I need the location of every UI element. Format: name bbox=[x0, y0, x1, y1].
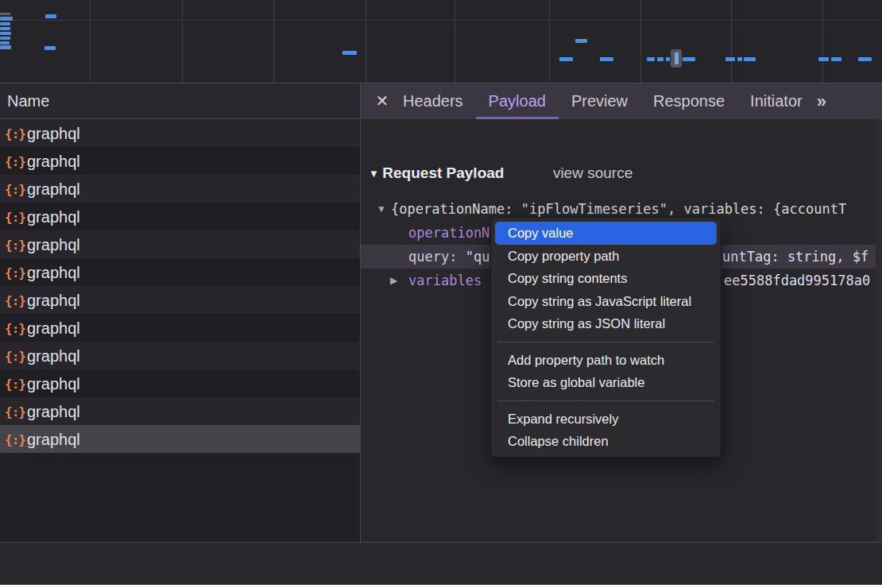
json-request-icon: {:} bbox=[5, 426, 27, 454]
request-name: graphql bbox=[27, 125, 80, 142]
request-name: graphql bbox=[27, 292, 80, 309]
more-tabs-icon[interactable]: » bbox=[817, 83, 826, 119]
network-overview-timeline[interactable] bbox=[0, 0, 882, 83]
request-name: graphql bbox=[27, 431, 80, 448]
timeline-request-bar[interactable] bbox=[858, 57, 872, 61]
timeline-request-bar[interactable] bbox=[44, 46, 56, 50]
tab-preview[interactable]: Preview bbox=[559, 83, 640, 119]
timeline-request-bar[interactable] bbox=[0, 41, 10, 44]
name-column-label: Name bbox=[7, 92, 49, 110]
request-row[interactable]: {:}graphql bbox=[0, 175, 360, 203]
timeline-request-bar[interactable] bbox=[0, 22, 10, 25]
property-key: variables bbox=[408, 273, 482, 288]
close-icon[interactable]: ✕ bbox=[374, 83, 390, 119]
timeline-request-bar[interactable] bbox=[831, 57, 841, 61]
timeline-request-bar[interactable] bbox=[600, 57, 613, 61]
request-row[interactable]: {:}graphql bbox=[0, 314, 360, 342]
request-row[interactable]: {:}graphql bbox=[0, 342, 360, 369]
timeline-request-bar[interactable] bbox=[342, 51, 357, 55]
timeline-request-bar[interactable] bbox=[0, 17, 13, 21]
request-row[interactable]: {:}graphql bbox=[0, 425, 360, 453]
menu-item-store-as-global-variable[interactable]: Store as global variable bbox=[491, 371, 721, 394]
timeline-hover-marker-bar bbox=[675, 52, 679, 64]
menu-item-copy-string-contents[interactable]: Copy string contents bbox=[491, 267, 721, 290]
timeline-request-bar[interactable] bbox=[744, 57, 756, 61]
timeline-request-bar[interactable] bbox=[725, 57, 735, 61]
request-row[interactable]: {:}graphql bbox=[0, 230, 360, 258]
json-request-icon: {:} bbox=[5, 259, 27, 287]
menu-item-copy-value[interactable]: Copy value bbox=[495, 222, 717, 245]
timeline-request-bar[interactable] bbox=[0, 45, 11, 49]
name-column-header[interactable]: Name bbox=[0, 83, 360, 119]
request-row[interactable]: {:}graphql bbox=[0, 119, 360, 147]
json-request-icon: {:} bbox=[5, 176, 27, 203]
network-request-list: Name {:}graphql{:}graphql{:}graphql{:}gr… bbox=[0, 83, 360, 542]
timeline-gridline bbox=[549, 0, 550, 83]
collapse-icon[interactable]: ▼ bbox=[377, 197, 386, 221]
scrollbar-track[interactable] bbox=[876, 119, 882, 542]
request-rows: {:}graphql{:}graphql{:}graphql{:}graphql… bbox=[0, 119, 360, 453]
request-row[interactable]: {:}graphql bbox=[0, 397, 360, 425]
timeline-gridline bbox=[731, 0, 732, 83]
timeline-gridline bbox=[90, 0, 91, 83]
context-menu: Copy valueCopy property pathCopy string … bbox=[490, 217, 721, 458]
timeline-request-bar[interactable] bbox=[657, 57, 663, 61]
request-name: graphql bbox=[27, 180, 80, 198]
json-request-icon: {:} bbox=[5, 342, 27, 370]
request-name: graphql bbox=[27, 236, 80, 253]
request-row[interactable]: {:}graphql bbox=[0, 286, 360, 314]
json-request-icon: {:} bbox=[5, 398, 27, 426]
timeline-gridline bbox=[273, 0, 274, 83]
section-title: Request Payload bbox=[382, 164, 504, 181]
devtools-window: Name {:}graphql{:}graphql{:}graphql{:}gr… bbox=[0, 0, 882, 585]
expand-icon[interactable]: ▶ bbox=[390, 269, 397, 292]
menu-item-collapse-children[interactable]: Collapse children bbox=[491, 430, 721, 453]
request-row[interactable]: {:}graphql bbox=[0, 258, 360, 286]
menu-item-copy-string-as-json-literal[interactable]: Copy string as JSON literal bbox=[491, 312, 721, 335]
tab-headers[interactable]: Headers bbox=[390, 83, 476, 119]
timeline-request-bar[interactable] bbox=[0, 37, 10, 40]
timeline-request-bar[interactable] bbox=[559, 57, 573, 61]
timeline-gridline bbox=[0, 20, 882, 21]
request-payload-section: ▼ Request Payload view source bbox=[369, 161, 632, 185]
timeline-request-bar[interactable] bbox=[575, 39, 587, 43]
detail-tab-bar: ✕ HeadersPayloadPreviewResponseInitiator… bbox=[361, 83, 882, 119]
json-request-icon: {:} bbox=[5, 287, 27, 315]
timeline-request-bar[interactable] bbox=[818, 57, 829, 61]
json-request-icon: {:} bbox=[5, 148, 27, 176]
request-name: graphql bbox=[27, 347, 80, 365]
timeline-request-bar[interactable] bbox=[647, 57, 655, 61]
menu-item-expand-recursively[interactable]: Expand recursively bbox=[491, 408, 721, 431]
view-source-link[interactable]: view source bbox=[553, 164, 632, 181]
request-name: graphql bbox=[27, 208, 80, 226]
menu-item-copy-string-as-javascript-literal[interactable]: Copy string as JavaScript literal bbox=[491, 290, 721, 313]
tab-payload[interactable]: Payload bbox=[476, 83, 559, 119]
timeline-request-bar[interactable] bbox=[683, 57, 695, 61]
menu-separator bbox=[491, 394, 721, 408]
request-name: graphql bbox=[27, 375, 80, 393]
timeline-gridline bbox=[366, 0, 366, 83]
request-row[interactable]: {:}graphql bbox=[0, 147, 360, 175]
tab-response[interactable]: Response bbox=[640, 83, 737, 119]
timeline-request-bar[interactable] bbox=[666, 57, 670, 61]
tab-initiator[interactable]: Initiator bbox=[737, 83, 815, 119]
request-name: graphql bbox=[27, 403, 80, 420]
timeline-request-bar[interactable] bbox=[0, 13, 10, 15]
menu-item-add-property-path-to-watch[interactable]: Add property path to watch bbox=[491, 349, 721, 372]
json-request-icon: {:} bbox=[5, 370, 27, 398]
request-row[interactable]: {:}graphql bbox=[0, 203, 360, 230]
section-expander-icon[interactable]: ▼ bbox=[369, 168, 379, 180]
timeline-gridline bbox=[182, 0, 183, 83]
property-key: query: bbox=[408, 249, 457, 265]
timeline-gridline bbox=[640, 0, 641, 83]
variables-value-right-fragment: ee5588fdad995178a0 bbox=[724, 269, 870, 292]
timeline-request-bar[interactable] bbox=[45, 14, 56, 18]
request-row[interactable]: {:}graphql bbox=[0, 369, 360, 397]
request-name: graphql bbox=[27, 264, 80, 281]
timeline-request-bar[interactable] bbox=[0, 32, 11, 35]
timeline-request-bar[interactable] bbox=[0, 27, 10, 30]
menu-item-copy-property-path[interactable]: Copy property path bbox=[491, 245, 721, 268]
status-footer bbox=[0, 542, 882, 585]
timeline-request-bar[interactable] bbox=[737, 57, 742, 61]
request-name: graphql bbox=[27, 153, 80, 170]
